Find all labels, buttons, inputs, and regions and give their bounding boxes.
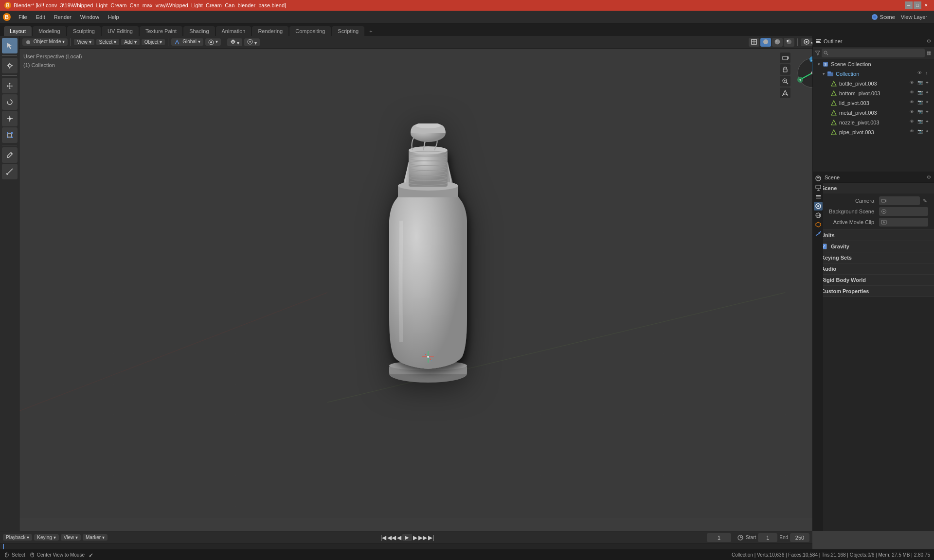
outliner-search[interactable]: [822, 49, 925, 57]
item-0-camera[interactable]: 📷: [917, 80, 924, 87]
shading-solid-button[interactable]: [760, 38, 771, 47]
item-5-camera[interactable]: 📷: [917, 129, 924, 136]
item-1-render[interactable]: ✦: [925, 90, 932, 97]
viewport-mode-selector[interactable]: Object Mode ▾: [22, 38, 68, 45]
item-4-visibility[interactable]: 👁: [910, 119, 916, 126]
minimize-button[interactable]: ─: [905, 1, 913, 9]
outliner-view-button[interactable]: ▦: [926, 50, 932, 55]
tab-scripting[interactable]: Scripting: [332, 26, 364, 36]
item-5-render[interactable]: ✦: [925, 129, 932, 136]
item-2-visibility[interactable]: 👁: [910, 100, 916, 106]
current-frame-input[interactable]: 1: [707, 533, 731, 542]
blender-logo[interactable]: B: [2, 12, 12, 22]
jump-start-button[interactable]: |◀: [380, 534, 386, 541]
fly-navigate-button[interactable]: [780, 88, 790, 98]
tab-modeling[interactable]: Modeling: [33, 26, 66, 36]
select-tool-button[interactable]: [2, 38, 18, 53]
shading-rendered-button[interactable]: [784, 38, 794, 47]
audio-section-header[interactable]: ▸ Audio: [813, 263, 934, 274]
camera-edit-button[interactable]: ✎: [922, 198, 928, 204]
active-movie-clip-picker[interactable]: [879, 218, 928, 227]
menu-edit[interactable]: Edit: [32, 13, 49, 21]
transform-orientation-button[interactable]: Global ▾: [171, 38, 203, 45]
select-menu-button[interactable]: Select ▾: [96, 39, 120, 45]
tab-sculpting[interactable]: Sculpting: [67, 26, 101, 36]
add-workspace-button[interactable]: +: [365, 26, 376, 36]
view-menu-button[interactable]: View ▾: [74, 39, 94, 45]
end-frame-input[interactable]: 250: [790, 533, 809, 542]
custom-props-header[interactable]: ▸ Custom Properties: [813, 286, 934, 297]
tab-compositing[interactable]: Compositing: [289, 26, 331, 36]
tab-animation[interactable]: Animation: [216, 26, 251, 36]
item-1-visibility[interactable]: 👁: [910, 90, 916, 97]
timeline-marker-menu[interactable]: Marker ▾: [83, 534, 108, 541]
annotate-tool-button[interactable]: [2, 147, 18, 163]
prev-frame-button[interactable]: ◀: [397, 534, 401, 541]
outliner-scene-collection[interactable]: ▾ S Scene Collection: [813, 59, 934, 69]
outliner-options-button[interactable]: ⚙: [927, 38, 931, 44]
timeline-keying-menu[interactable]: Keying ▾: [34, 534, 58, 541]
tab-texture-paint[interactable]: Texture Paint: [140, 26, 182, 36]
prop-modifier-button[interactable]: [814, 229, 823, 238]
play-button[interactable]: ▶: [402, 534, 412, 541]
outliner-item-5[interactable]: pipe_pivot.003 👁 📷 ✦: [813, 127, 934, 137]
next-keyframe-button[interactable]: ▶▶: [418, 534, 427, 541]
timeline-playback-menu[interactable]: Playback ▾: [3, 534, 32, 541]
prev-keyframe-button[interactable]: ◀◀: [387, 534, 396, 541]
outliner-item-1[interactable]: bottom_pivot.003 👁 📷 ✦: [813, 88, 934, 98]
properties-options-button[interactable]: ⚙: [927, 175, 931, 180]
rotate-tool-button[interactable]: [2, 94, 18, 110]
item-2-render[interactable]: ✦: [925, 100, 932, 106]
item-3-camera[interactable]: 📷: [917, 109, 924, 116]
measure-tool-button[interactable]: [2, 164, 18, 179]
camera-view-button[interactable]: [780, 52, 790, 63]
shading-material-button[interactable]: [772, 38, 783, 47]
keying-sets-header[interactable]: ▸ Keying Sets: [813, 252, 934, 263]
item-0-render[interactable]: ✦: [925, 80, 932, 87]
item-2-camera[interactable]: 📷: [917, 100, 924, 106]
item-1-camera[interactable]: 📷: [917, 90, 924, 97]
shading-wireframe-button[interactable]: [749, 38, 759, 47]
scene-section-header[interactable]: ▾ Scene: [813, 183, 934, 193]
add-menu-button[interactable]: Add ▾: [121, 39, 140, 45]
tab-uv-editing[interactable]: UV Editing: [102, 26, 139, 36]
next-frame-button[interactable]: ▶: [413, 534, 417, 541]
rigid-body-header[interactable]: ▸ Rigid Body World: [813, 275, 934, 285]
tab-layout[interactable]: Layout: [4, 26, 32, 36]
menu-window[interactable]: Window: [76, 13, 103, 21]
outliner-collection[interactable]: ▾ Collection 👁 ↕: [813, 69, 934, 79]
outliner-item-3[interactable]: metal_pivot.003 👁 📷 ✦: [813, 108, 934, 118]
menu-render[interactable]: Render: [50, 13, 75, 21]
snap-button[interactable]: ▾: [227, 38, 243, 46]
zoom-region-button[interactable]: [780, 76, 790, 87]
start-frame-input[interactable]: 1: [758, 533, 777, 542]
maximize-button[interactable]: □: [914, 1, 921, 9]
prop-render-button[interactable]: [814, 174, 823, 183]
move-tool-button[interactable]: [2, 78, 18, 93]
prop-object-button[interactable]: [814, 220, 823, 229]
object-menu-button[interactable]: Object ▾: [142, 39, 165, 45]
item-4-camera[interactable]: 📷: [917, 119, 924, 126]
item-4-render[interactable]: ✦: [925, 119, 932, 126]
item-0-visibility[interactable]: 👁: [910, 80, 916, 87]
timeline-view-menu[interactable]: View ▾: [61, 534, 81, 541]
prop-viewlayer-button[interactable]: [814, 192, 823, 201]
outliner-item-2[interactable]: lid_pivot.003 👁 📷 ✦: [813, 98, 934, 108]
units-section-header[interactable]: ▸ Units: [813, 230, 934, 241]
menu-help[interactable]: Help: [104, 13, 123, 21]
close-button[interactable]: ✕: [922, 1, 930, 9]
prop-scene-button[interactable]: [814, 202, 823, 210]
viewport-3d[interactable]: User Perspective (Local) (1) Collection: [19, 49, 837, 518]
restrict-select-icon[interactable]: ↕: [925, 70, 932, 77]
jump-end-button[interactable]: ▶|: [428, 534, 434, 541]
transform-pivot-button[interactable]: ▾: [205, 38, 221, 45]
visibility-icon[interactable]: 👁: [917, 70, 924, 77]
proportional-edit-button[interactable]: ▾: [244, 38, 260, 46]
outliner-item-0[interactable]: bottle_pivot.003 👁 📷 ✦: [813, 79, 934, 88]
tab-rendering[interactable]: Rendering: [252, 26, 288, 36]
item-3-visibility[interactable]: 👁: [910, 109, 916, 116]
item-3-render[interactable]: ✦: [925, 109, 932, 116]
gravity-section-header[interactable]: ▸ ✓ Gravity: [813, 241, 934, 252]
scale-tool-button[interactable]: [2, 111, 18, 126]
prop-output-button[interactable]: [814, 183, 823, 192]
